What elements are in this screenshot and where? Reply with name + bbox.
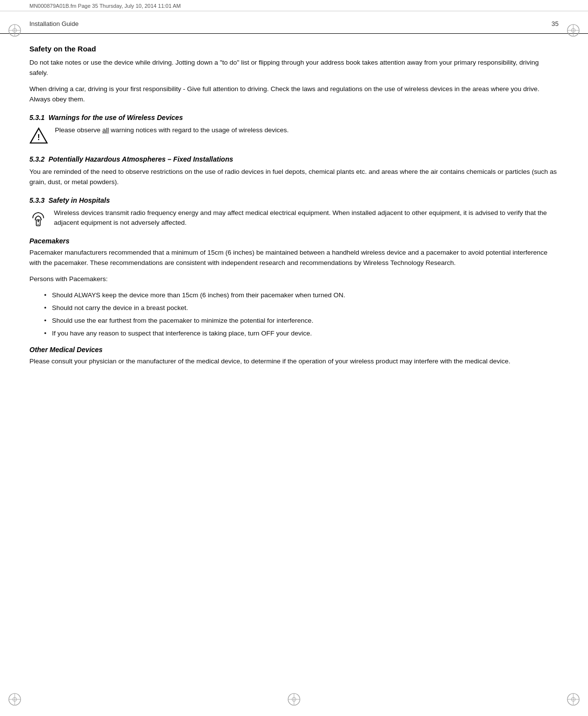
section-safety-on-road: Safety on the Road Do not take notes or … <box>29 45 559 105</box>
corner-mark-br <box>566 692 580 706</box>
safety-on-road-title: Safety on the Road <box>29 45 559 53</box>
file-info-header: MN000879A01B.fm Page 35 Thursday, July 1… <box>0 0 588 11</box>
svg-point-15 <box>571 697 575 701</box>
svg-text:!: ! <box>37 133 40 142</box>
section-531-number: 5.3.1 <box>29 114 45 121</box>
page-number: 35 <box>552 20 559 27</box>
section-531-title: 5.3.1 Warnings for the use of Wireless D… <box>29 114 559 121</box>
pacemakers-title: Pacemakers <box>29 237 559 245</box>
warning-triangle-icon: ! <box>29 126 48 146</box>
list-item: Should ALWAYS keep the device more than … <box>44 290 559 301</box>
safety-on-road-para1: Do not take notes or use the device whil… <box>29 58 559 78</box>
section-533: 5.3.3 Safety in Hospitals Wir <box>29 196 559 367</box>
other-medical-devices-section: Other Medical Devices Please consult you… <box>29 346 559 367</box>
list-item: Should use the ear furthest from the pac… <box>44 316 559 326</box>
pacemakers-bullet-list: Should ALWAYS keep the device more than … <box>44 290 559 339</box>
main-content: Safety on the Road Do not take notes or … <box>0 45 588 392</box>
corner-mark-bc <box>287 692 301 706</box>
section-532-heading: Potentially Hazardous Atmospheres – Fixe… <box>49 155 233 163</box>
file-info-text: MN000879A01B.fm Page 35 Thursday, July 1… <box>29 3 181 9</box>
section-533-heading: Safety in Hospitals <box>49 196 110 204</box>
svg-point-19 <box>292 697 296 701</box>
list-item: Should not carry the device in a breast … <box>44 303 559 313</box>
section-532-number: 5.3.2 <box>29 155 45 163</box>
svg-point-8 <box>9 693 21 705</box>
page-header: Installation Guide 35 <box>0 11 588 34</box>
section-533-number: 5.3.3 <box>29 196 45 204</box>
section-533-notice-text: Wireless devices transmit radio frequenc… <box>54 208 559 229</box>
other-medical-title: Other Medical Devices <box>29 346 559 354</box>
safety-on-road-para2: When driving a car, driving is your firs… <box>29 84 559 105</box>
section-532: 5.3.2 Potentially Hazardous Atmospheres … <box>29 155 559 188</box>
pacemakers-para: Pacemaker manufacturers recommended that… <box>29 248 559 268</box>
page-header-title: Installation Guide <box>29 20 78 27</box>
section-531-notice: ! Please observe all warning notices wit… <box>29 125 559 146</box>
section-531-heading: Warnings for the use of Wireless Devices <box>49 114 183 121</box>
other-medical-para: Please consult your physician or the man… <box>29 357 559 367</box>
section-533-title: 5.3.3 Safety in Hospitals <box>29 196 559 204</box>
pacemakers-section: Pacemakers Pacemaker manufacturers recom… <box>29 237 559 338</box>
section-533-notice: Wireless devices transmit radio frequenc… <box>29 208 559 229</box>
page-wrapper: MN000879A01B.fm Page 35 Thursday, July 1… <box>0 0 588 716</box>
corner-mark-bl <box>8 692 22 706</box>
section-531: 5.3.1 Warnings for the use of Wireless D… <box>29 114 559 146</box>
section-532-title: 5.3.2 Potentially Hazardous Atmospheres … <box>29 155 559 163</box>
all-underline: all <box>102 126 109 134</box>
svg-point-12 <box>567 693 579 705</box>
svg-point-11 <box>13 697 17 701</box>
list-item: If you have any reason to suspect that i… <box>44 329 559 339</box>
section-532-para: You are reminded of the need to observe … <box>29 167 559 188</box>
wireless-signal-icon <box>29 209 47 228</box>
svg-point-16 <box>288 693 300 705</box>
section-531-notice-text: Please observe all warning notices with … <box>55 125 289 136</box>
persons-with-pacemakers-intro: Persons with Pacemakers: <box>29 274 559 285</box>
